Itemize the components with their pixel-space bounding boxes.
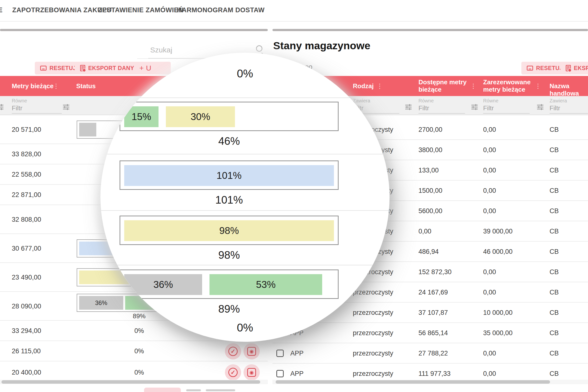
filter-input-metry[interactable]: Filtr [12,104,22,112]
preview-action-button[interactable]: ◉ [244,364,260,380]
metry-value: 32 808,00 [12,205,41,234]
search-icon[interactable] [256,45,262,52]
scrollbar-thumb[interactable] [276,380,550,384]
preview-action-button[interactable]: ◉ [244,343,260,360]
nazwa-handlowa-value: CB [550,262,559,282]
pagination-fragment[interactable] [144,388,181,392]
table-row[interactable]: APPprzezroczysty27 788,220,00CB [272,343,588,364]
left-horizontal-scrollbar [0,380,268,384]
monitor-icon [527,66,533,70]
export-button-label: EKSPORT DANYCH [574,65,588,72]
status-bar-segment: 36% [79,296,123,310]
magnified-row-divider [100,265,390,265]
metry-value: 22 558,00 [12,164,41,185]
zarezerwowane-metry-value: 0,00 [483,282,496,302]
export-button-right[interactable]: EKSPORT DANYCH [560,62,588,74]
nazwa-handlowa-value: CB [550,201,559,221]
document-export-icon [80,65,85,71]
zarezerwowane-metry-value: 0,00 [483,343,496,364]
filter-input-nazwa[interactable]: Filtr [550,104,560,112]
nav-item-fragment[interactable]: E [0,6,3,14]
filter-operator-label: Równe [12,98,27,104]
column-menu-icon[interactable]: ⋮ [535,82,541,90]
nav-item-zestawienie-zamowien[interactable]: ZESTAWIENIE ZAMÓWIEŃ [98,6,184,14]
nazwa-handlowa-value: CB [550,343,559,364]
zarezerwowane-metry-value: 0,00 [483,180,496,201]
nav-item-harmonogram-dostaw[interactable]: HARMONOGRAM DOSTAW [177,6,264,14]
top-nav: E ZAPOTRZEBOWANIA ZAKUPU ZESTAWIENIE ZAM… [0,0,588,22]
scrollbar-thumb[interactable] [2,380,260,384]
add-button-partial[interactable]: + U [134,62,171,74]
plus-icon: + U [140,64,152,72]
row-checkbox[interactable] [276,350,284,357]
rodzaj-value: przezroczysty [353,302,393,323]
filter-tune-icon[interactable] [0,104,4,111]
metry-value: 26 115,00 [12,341,41,362]
cutoff-text-fragment [186,389,201,391]
dostepne-metry-value: 0,00 [418,221,432,242]
eye-icon: ◉ [247,368,256,377]
nazwa-handlowa-value: CB [550,221,559,242]
row-checkbox[interactable] [276,370,284,377]
rodzaj-value: przezroczysty [353,343,393,364]
filter-tune-icon[interactable] [471,104,478,111]
column-menu-icon[interactable]: ⋮ [376,82,383,90]
nazwa-handlowa-value: CB [550,160,559,180]
nazwa-handlowa-value: CB [550,180,559,201]
approve-action-button[interactable]: ✓ [225,364,241,380]
table-row[interactable]: APPprzezroczysty56 865,1435 000,00CB [272,323,588,343]
metry-value: 23 490,00 [12,263,41,292]
filter-underline [418,113,465,114]
right-horizontal-scrollbar [272,380,588,384]
zarezerwowane-metry-value: 39 000,00 [483,221,512,242]
column-menu-icon[interactable]: ⋮ [53,82,59,90]
filter-input-dostepne[interactable]: Filtr [418,104,429,112]
dostepne-metry-value: 486,94 [418,242,439,262]
column-header-metry-biezace[interactable]: Metry bieżące [12,82,54,90]
status-bar-segment [79,123,96,136]
dostepne-metry-value: 56 865,14 [418,323,448,343]
filter-tune-icon[interactable] [405,104,412,111]
dostepne-metry-value: 2700,00 [418,120,442,140]
column-header-dostepne[interactable]: Dostępne metry bieżące [418,78,470,93]
check-circle-icon: ✓ [228,368,238,377]
filter-tune-icon[interactable] [536,104,544,111]
filter-input-zarezerwowane[interactable]: Filtr [483,104,494,112]
zarezerwowane-metry-value: 0,00 [483,120,496,140]
column-header-rodzaj[interactable]: Rodzaj [353,82,374,90]
filter-operator-label: Równe [418,98,434,104]
nav-item-zapotrzebowania-zakupu[interactable]: ZAPOTRZEBOWANIA ZAKUPU [12,6,112,14]
filter-tune-icon[interactable] [62,104,70,111]
magnified-total-label: 101% [120,194,338,206]
check-circle-icon: ✓ [228,347,238,356]
dostepne-metry-value: 133,00 [418,160,439,180]
dostepne-metry-value: 24 167,69 [418,282,448,302]
approve-action-button[interactable]: ✓ [225,343,241,360]
magnified-status-bar: 101% [120,160,338,190]
dostepne-metry-value: 37 107,87 [418,302,448,323]
zarezerwowane-metry-value: 46 000,00 [483,242,512,262]
column-header-nazwa-handlowa[interactable]: Nazwa handlowa [550,82,588,97]
filter-operator-label: Zawiera [353,98,370,104]
dostepne-metry-value: 1500,00 [418,180,442,201]
zarezerwowane-metry-value: 0,00 [483,262,496,282]
dostepne-metry-value: 3800,00 [418,140,442,160]
eye-icon: ◉ [247,347,256,356]
cutoff-text-fragment [206,389,235,391]
magnified-bar-segment: 53% [210,274,322,295]
filter-underline [12,113,62,114]
zarezerwowane-metry-value: 0,00 [483,201,496,221]
dostepne-metry-value: 5600,00 [418,201,442,221]
column-header-status[interactable]: Status [76,82,96,90]
table-row[interactable]: 26 115,000%✓◉ [0,341,268,362]
magnified-bar-segment: 30% [166,106,235,127]
column-menu-icon[interactable]: ⋮ [470,82,476,90]
zarezerwowane-metry-value: 10 000,00 [483,302,512,323]
metry-value: 33 294,00 [12,321,41,341]
nazwa-handlowa-value: CB [550,302,559,323]
metry-value: 28 090,00 [12,292,41,321]
filter-operator-label: Zawiera [550,98,567,104]
magnified-row-divider [100,98,390,98]
nazwa-handlowa-value: CB [550,323,559,343]
column-header-zarezerwowane[interactable]: Zarezerwowane metry bieżące [483,78,540,93]
